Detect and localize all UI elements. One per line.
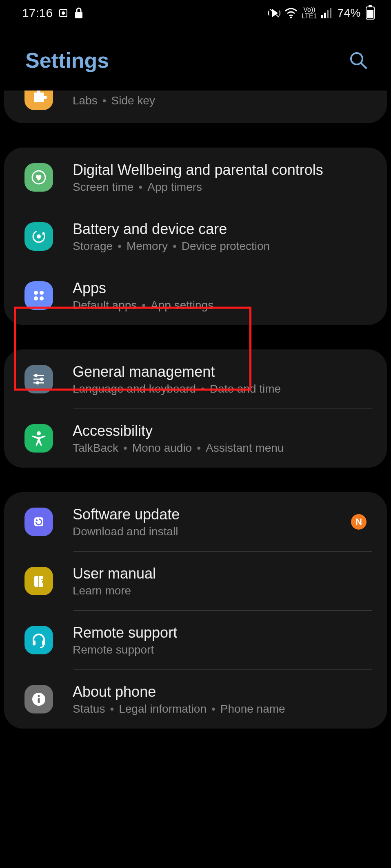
svg-point-16 xyxy=(34,296,38,300)
info-icon xyxy=(24,685,53,713)
headset-icon xyxy=(24,626,53,654)
svg-point-13 xyxy=(37,234,41,239)
settings-item-remote-support[interactable]: Remote support Remote support xyxy=(4,610,387,669)
status-right: Vo))LTE1 74% xyxy=(268,7,375,20)
row-title: User manual xyxy=(73,564,371,583)
row-subtitle: Screen time•App timers xyxy=(73,181,371,194)
row-subtitle: Learn more xyxy=(73,584,371,597)
search-button[interactable] xyxy=(348,50,369,71)
row-subtitle: Download and install xyxy=(73,525,351,538)
settings-item-about-phone[interactable]: About phone Status•Legal information•Pho… xyxy=(4,669,387,729)
svg-rect-34 xyxy=(38,698,40,703)
heart-circle-icon xyxy=(24,163,53,192)
settings-item-accessibility[interactable]: Accessibility TalkBack•Mono audio•Assist… xyxy=(4,409,387,468)
row-title: Accessibility xyxy=(73,422,371,440)
svg-point-24 xyxy=(37,431,41,435)
row-subtitle: Language and keyboard•Date and time xyxy=(73,382,371,395)
svg-text:?: ? xyxy=(41,578,44,584)
svg-point-15 xyxy=(40,291,44,295)
row-title: About phone xyxy=(73,682,371,701)
puzzle-icon xyxy=(24,91,53,110)
battery-percent: 74% xyxy=(337,7,361,20)
status-left: 17:16 xyxy=(22,6,84,20)
settings-header: Settings xyxy=(0,26,391,91)
refresh-circle-icon xyxy=(24,222,53,251)
settings-item-advanced-features[interactable]: Advanced features Labs•Side key xyxy=(4,91,387,123)
settings-group-general: General management Language and keyboard… xyxy=(4,349,387,468)
svg-point-21 xyxy=(40,378,43,381)
svg-point-33 xyxy=(38,695,40,697)
search-icon xyxy=(349,51,368,70)
row-title: Apps xyxy=(73,279,371,297)
settings-item-general-management[interactable]: General management Language and keyboard… xyxy=(4,349,387,409)
status-bar: 17:16 Vo))LTE1 74% xyxy=(0,0,391,26)
settings-item-digital-wellbeing[interactable]: Digital Wellbeing and parental controls … xyxy=(4,148,387,207)
svg-rect-6 xyxy=(327,10,329,18)
page-title: Settings xyxy=(25,48,109,73)
svg-rect-31 xyxy=(42,641,45,645)
svg-line-9 xyxy=(361,63,366,68)
apps-grid-icon xyxy=(24,281,53,310)
notification-icon xyxy=(58,8,68,18)
settings-item-user-manual[interactable]: ? User manual Learn more xyxy=(4,551,387,610)
svg-rect-2 xyxy=(75,12,82,18)
settings-item-apps[interactable]: Apps Default apps•App settings xyxy=(4,266,387,325)
svg-point-19 xyxy=(34,374,38,377)
row-title: Battery and device care xyxy=(73,220,371,238)
signal-icon xyxy=(321,8,331,18)
sliders-icon xyxy=(24,365,53,393)
row-title: Software update xyxy=(73,505,351,523)
svg-point-14 xyxy=(34,291,38,295)
svg-point-23 xyxy=(36,381,39,384)
notification-badge: N xyxy=(351,514,367,530)
vibrate-icon xyxy=(268,7,280,19)
row-title: Remote support xyxy=(73,623,371,642)
row-subtitle: Labs•Side key xyxy=(73,94,371,107)
row-subtitle: TalkBack•Mono audio•Assistant menu xyxy=(73,442,371,455)
accessibility-icon xyxy=(24,424,53,453)
row-subtitle: Storage•Memory•Device protection xyxy=(73,240,371,253)
row-title: Advanced features xyxy=(73,91,371,93)
svg-point-3 xyxy=(290,17,292,19)
lock-icon xyxy=(74,7,84,19)
settings-group-advanced: Advanced features Labs•Side key xyxy=(4,91,387,123)
settings-item-software-update[interactable]: Software update Download and install N xyxy=(4,492,387,551)
svg-rect-30 xyxy=(33,641,36,645)
volte-indicator: Vo))LTE1 xyxy=(302,7,317,20)
wifi-icon xyxy=(284,8,298,18)
svg-point-17 xyxy=(40,296,44,300)
svg-rect-5 xyxy=(324,13,326,18)
manual-icon: ? xyxy=(24,567,53,595)
battery-icon xyxy=(366,7,375,20)
svg-point-1 xyxy=(62,11,65,15)
update-icon xyxy=(24,508,53,536)
row-subtitle: Default apps•App settings xyxy=(73,299,371,312)
svg-rect-4 xyxy=(321,15,323,18)
row-subtitle: Remote support xyxy=(73,643,371,656)
clock: 17:16 xyxy=(22,6,53,20)
settings-group-device: Digital Wellbeing and parental controls … xyxy=(4,148,387,325)
row-title: General management xyxy=(73,362,371,381)
settings-content: Advanced features Labs•Side key Digital … xyxy=(0,91,391,729)
svg-rect-7 xyxy=(330,8,331,18)
row-title: Digital Wellbeing and parental controls xyxy=(73,161,371,179)
settings-group-about: Software update Download and install N ?… xyxy=(4,492,387,729)
row-subtitle: Status•Legal information•Phone name xyxy=(73,702,371,716)
settings-item-battery-device-care[interactable]: Battery and device care Storage•Memory•D… xyxy=(4,207,387,266)
